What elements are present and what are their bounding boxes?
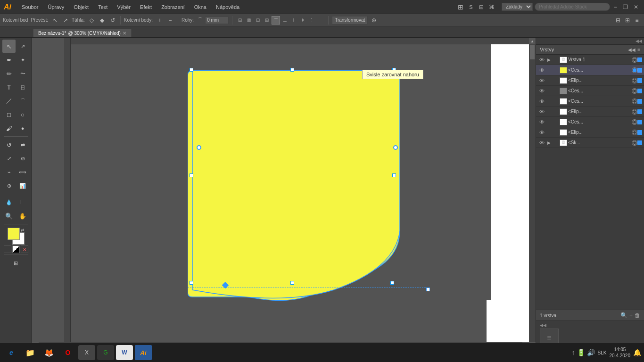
eyedropper-tool[interactable]: 💧 (2, 196, 16, 209)
scale-tool[interactable]: ⤢ (2, 152, 16, 165)
doc-tab-active[interactable]: Bez názvu-1* @ 300% (CMYK/Náhled) ✕ (33, 29, 132, 37)
menu-zobrazeni[interactable]: Zobrazení (157, 3, 189, 11)
width-tool[interactable]: ⟺ (16, 165, 29, 179)
v-scroll-track[interactable] (529, 44, 536, 342)
search-input[interactable] (535, 3, 610, 11)
type-tool[interactable]: T (2, 81, 16, 94)
pencil-tool[interactable]: ✏ (2, 67, 16, 80)
scroll-up-btn[interactable]: ▲ (529, 38, 536, 44)
layer-eye-elip3[interactable]: 👁 (538, 130, 545, 135)
artboard-icon[interactable]: ⊞ (9, 256, 23, 270)
menu-okna[interactable]: Okna (190, 3, 210, 11)
handle-bottom-right-ext[interactable] (426, 288, 430, 291)
grid-icon[interactable]: ⊟ (477, 3, 486, 11)
handle-rotate-icon[interactable]: ↺ (108, 16, 117, 25)
layer-indicator-sk1[interactable] (632, 140, 637, 146)
notification-icon[interactable]: 🔔 (633, 349, 641, 356)
direct-select-tool[interactable]: ↗ (16, 40, 29, 53)
zoom-tool[interactable]: 🔍 (2, 209, 16, 222)
layer-ces4[interactable]: 👁 <Ces... (536, 117, 644, 127)
battery-icon[interactable]: 🔋 (577, 349, 585, 356)
ellipse-tool[interactable]: ○ (16, 108, 29, 121)
arrange-icon[interactable]: ⊞ (456, 3, 465, 11)
v-scroll-handle[interactable] (530, 45, 535, 59)
handle-type1-icon[interactable]: ◇ (88, 16, 96, 25)
layer-indicator-ces3[interactable] (632, 99, 637, 104)
align-right-edge-icon[interactable]: ⊡ (254, 16, 262, 25)
arc-tool[interactable]: ⌒ (16, 94, 29, 107)
selection-tool[interactable]: ↖ (2, 40, 16, 53)
layers-collapse-btn[interactable]: ◀◀ (628, 47, 636, 52)
align-v-center-icon[interactable]: ⊥ (281, 16, 289, 25)
smooth-tool[interactable]: 〜 (16, 67, 29, 80)
anchor-point-tl[interactable] (197, 145, 201, 150)
delete-layer-btn[interactable]: 🗑 (635, 312, 640, 319)
taskbar-opera[interactable]: O (59, 345, 76, 360)
add-layer-btn[interactable]: + (629, 312, 633, 319)
corners-value-input[interactable] (205, 16, 229, 24)
menu-right-icon[interactable]: ≡ (633, 16, 641, 25)
transform-icon[interactable]: ⊛ (370, 16, 378, 25)
none-btn[interactable]: ✕ (21, 246, 28, 253)
line-tool[interactable]: ／ (2, 94, 16, 107)
layer-ces1[interactable]: 👁 <Ces... (536, 65, 644, 75)
swap-colors-btn[interactable]: ⇄ (21, 228, 25, 232)
taskbar-greenshot[interactable]: G (97, 345, 114, 360)
taskbar-app4[interactable]: X (78, 345, 95, 360)
shape-tool[interactable]: ✦ (16, 53, 29, 66)
chart-tool[interactable]: 📊 (16, 179, 29, 192)
align-right-icons[interactable]: ⊟ (614, 16, 622, 25)
layer-eye-elip2[interactable]: 👁 (538, 109, 545, 115)
layer-lock-vrstva1[interactable]: ▶ (545, 58, 552, 62)
layer-indicator-ces4[interactable] (632, 119, 637, 125)
shear-tool[interactable]: ⊘ (16, 152, 29, 165)
measure-tool[interactable]: ⊢ (16, 196, 29, 209)
layer-eye-vrstva1[interactable]: 👁 (538, 57, 545, 63)
arrange-panel-icon[interactable]: ⊞ (623, 16, 632, 25)
taskbar-ie[interactable]: e (3, 345, 20, 360)
handle-bottom-left[interactable] (190, 281, 193, 285)
layer-indicator-ces1[interactable] (632, 67, 637, 73)
anchor-remove-icon[interactable]: − (166, 16, 174, 25)
anchor-point-tr[interactable] (393, 145, 398, 150)
none-color-btn[interactable] (4, 246, 11, 253)
menu-upravy[interactable]: Úpravy (44, 3, 68, 11)
volume-icon[interactable]: 🔊 (587, 349, 595, 356)
layer-ces3[interactable]: 👁 <Ces... (536, 96, 644, 107)
workspace-select[interactable]: Základy (502, 3, 533, 11)
hand-tool[interactable]: ✋ (16, 209, 29, 222)
layer-eye-elip1[interactable]: 👁 (538, 78, 545, 83)
network-up-icon[interactable]: ↑ (572, 349, 575, 356)
distribute-spacing-v-icon[interactable]: ⋯ (316, 16, 325, 25)
shape-builder-tool[interactable]: ⊕ (2, 179, 16, 192)
handle-top-left[interactable] (190, 68, 193, 72)
distribute-h-icon[interactable]: ⊞ (263, 16, 271, 25)
corners-icon[interactable]: ⌒ (196, 16, 204, 25)
transform-button[interactable]: Transformovat (332, 16, 368, 25)
layer-eye-ces3[interactable]: 👁 (538, 99, 545, 104)
layer-eye-ces2[interactable]: 👁 (538, 88, 545, 94)
layer-expand-sk1[interactable]: ▶ (545, 140, 552, 145)
handle-type2-icon[interactable]: ◆ (98, 16, 107, 25)
layer-elip2[interactable]: 👁 <Elip... (536, 107, 644, 117)
color-squares[interactable]: ⇄ (8, 228, 25, 245)
paintbrush-tool[interactable]: 🖌 (2, 122, 16, 135)
distribute-spacing-h-icon[interactable]: ⋮ (307, 16, 316, 25)
area-type-tool[interactable]: ⌸ (16, 81, 29, 94)
rotate-tool[interactable]: ↺ (2, 138, 16, 151)
search-layer-btn[interactable]: 🔍 (620, 312, 627, 319)
direct-select-icon[interactable]: ↗ (61, 16, 70, 25)
menu-efekt[interactable]: Efekt (136, 3, 156, 11)
layer-eye-ces1[interactable]: 👁 (538, 67, 545, 73)
gradient-btn[interactable] (12, 246, 20, 253)
layer-vrstva1[interactable]: 👁 ▶ 🖼 Vrstva 1 (536, 55, 644, 65)
layer-indicator-elip3[interactable] (632, 130, 637, 135)
bridge-icon[interactable]: S (467, 3, 475, 11)
collapse-panel-btn[interactable]: ◀◀ (636, 39, 642, 43)
menu-napoveda[interactable]: Nápověda (212, 3, 243, 11)
align-top-icon[interactable]: ⊤ (272, 16, 280, 25)
restore-button[interactable]: ❐ (621, 4, 630, 10)
layer-indicator-elip2[interactable] (632, 109, 637, 115)
menu-text[interactable]: Text (94, 3, 111, 11)
layer-indicator-ces2[interactable] (632, 88, 637, 94)
